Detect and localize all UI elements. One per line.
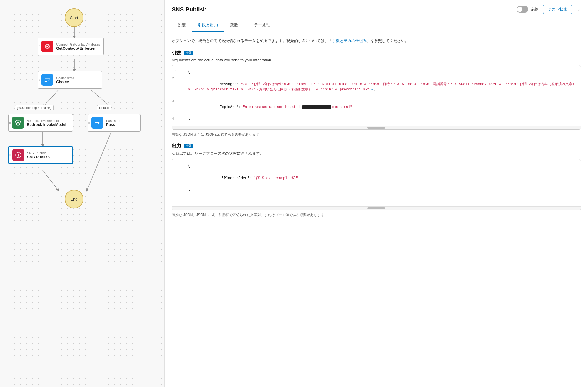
code-line-3: 3 "TopicArn": "arn:aws:sns:ap-northeast-…	[172, 98, 581, 116]
args-validation: 有効な JSON または JSONata 式である必要があります。	[172, 132, 581, 137]
output-line-num-1: 1	[172, 163, 187, 169]
output-section: 出力 情報 状態出力は、ワークフローの次の状態に渡されます。 1 { "Plac…	[172, 143, 581, 218]
output-line-1: 1 {	[172, 162, 581, 169]
code-line-4: 4 }	[172, 116, 581, 123]
line-num-1: 1 ▾	[172, 69, 187, 75]
output-scrollbar-thumb	[368, 207, 385, 209]
sns-icon	[12, 149, 24, 161]
line-num-2: 2	[172, 76, 187, 98]
line-num-3: 3	[172, 99, 187, 116]
args-code-body: 1 ▾ { 2 "Message": "{% 'お問い合わせ情報\n\n Con…	[172, 65, 581, 126]
toggle-label: 定義	[531, 7, 538, 12]
condition-label: {% $recording != null %}	[15, 105, 54, 110]
output-scrollbar[interactable]	[172, 206, 581, 210]
tab-args-output[interactable]: 引数と出力	[192, 19, 224, 32]
args-section-header: 引数 情報	[172, 50, 581, 56]
end-circle: End	[65, 190, 83, 208]
tab-variables[interactable]: 変数	[224, 19, 244, 32]
description-link[interactable]: 引数と出力の仕組み	[332, 38, 367, 43]
output-validation: 有効な JSON、JSONata 式、引用符で区切られた文字列、またはブール値で…	[172, 213, 581, 218]
choice-text: Choice state Choice	[56, 76, 74, 84]
line-content-1: {	[187, 69, 581, 75]
get-contact-attributes-node[interactable]: ⠿ Connect: GetContactAttributes GetConta…	[38, 38, 104, 55]
default-label: Default	[97, 105, 111, 110]
output-content-2: "Placeholder": "{% $text.example %}"	[187, 170, 581, 187]
code-line-1: 1 ▾ {	[172, 68, 581, 75]
start-node[interactable]: Start	[65, 8, 83, 27]
start-circle: Start	[65, 8, 83, 27]
line-content-3: "TopicArn": "arn:aws:sns:ap-northeast-1:…	[187, 99, 581, 116]
drag-handle: ⠿	[38, 38, 40, 55]
bedrock-text: Bedrock: InvokeModel Bedrock InvokeModel	[27, 119, 66, 127]
output-line-num-2	[172, 170, 187, 187]
toggle-group: 定義	[517, 6, 538, 13]
output-code-editor[interactable]: 1 { "Placeholder": "{% $text.example %}"…	[172, 159, 581, 210]
pass-text: Pass state Pass	[106, 119, 121, 127]
bedrock-icon	[12, 117, 24, 129]
bedrock-node[interactable]: ⠿ Bedrock: InvokeModel Bedrock InvokeMod…	[8, 114, 73, 132]
right-panel: SNS Publish 定義 テスト状態 › 設定 引数と出力 変数 エラー処理…	[165, 0, 588, 387]
args-info-badge[interactable]: 情報	[184, 51, 193, 55]
choice-rect: ⠿ Choice state Choice	[38, 71, 102, 89]
panel-content: オプションで、統合との間で送受信されるデータを変換できます。視覚的な図については…	[165, 32, 588, 223]
svg-line-3	[91, 90, 111, 107]
flow-diagram-panel: Start ⠿ Connect: GetContactAttributes Ge…	[0, 0, 165, 387]
edit-icon[interactable]: ✏	[369, 88, 373, 92]
scrollbar-thumb	[368, 127, 385, 129]
line-num-4: 4	[172, 116, 187, 123]
pass-node[interactable]: ⠿ Pass state Pass	[88, 114, 141, 132]
svg-point-7	[46, 46, 48, 47]
drag-handle-2: ⠿	[38, 71, 40, 88]
output-info-badge[interactable]: 情報	[184, 144, 193, 148]
panel-header: SNS Publish 定義 テスト状態 ›	[165, 0, 588, 19]
output-title: 出力	[172, 143, 181, 149]
drag-handle-5: ⠿	[88, 114, 90, 131]
panel-title: SNS Publish	[172, 6, 512, 13]
code-line-2: 2 "Message": "{% 'お問い合わせ情報\n\n Contact I…	[172, 75, 581, 98]
get-contact-text: Connect: GetContactAttributes GetContact…	[56, 43, 100, 51]
sns-rect: ⠿ SNS: Publish SNS Publish	[8, 146, 73, 164]
description-text: オプションで、統合との間で送受信されるデータを変換できます。視覚的な図については…	[172, 38, 581, 44]
output-line-3: }	[172, 187, 581, 194]
tab-error[interactable]: エラー処理	[244, 19, 276, 32]
sns-text: SNS: Publish SNS Publish	[27, 151, 50, 159]
end-node[interactable]: End	[65, 190, 83, 208]
tab-settings[interactable]: 設定	[172, 19, 192, 32]
line-content-4: }	[187, 116, 581, 123]
output-content-3: }	[187, 187, 581, 194]
args-scrollbar[interactable]	[172, 126, 581, 129]
drag-handle-3: ⠿	[9, 114, 11, 131]
output-section-header: 出力 情報	[172, 143, 581, 149]
svg-line-6	[87, 132, 111, 191]
output-line-num-3	[172, 187, 187, 194]
output-content-1: {	[187, 163, 581, 169]
connect-icon	[41, 41, 53, 52]
pass-icon	[91, 117, 103, 129]
sns-publish-node[interactable]: ⠿ SNS: Publish SNS Publish	[8, 146, 73, 164]
tabs: 設定 引数と出力 変数 エラー処理	[165, 19, 588, 32]
get-contact-rect: ⠿ Connect: GetContactAttributes GetConta…	[38, 38, 104, 55]
test-state-button[interactable]: テスト状態	[543, 5, 572, 14]
args-title: 引数	[172, 50, 181, 56]
output-code-body: 1 { "Placeholder": "{% $text.example %}"…	[172, 159, 581, 206]
output-line-2: "Placeholder": "{% $text.example %}"	[172, 169, 581, 187]
pass-rect: ⠿ Pass state Pass	[88, 114, 141, 132]
choice-node[interactable]: ⠿ Choice state Choice	[38, 71, 102, 89]
svg-line-5	[43, 170, 59, 191]
output-desc: 状態出力は、ワークフローの次の状態に渡されます。	[172, 151, 581, 156]
args-code-editor[interactable]: 1 ▾ { 2 "Message": "{% 'お問い合わせ情報\n\n Con…	[172, 65, 581, 130]
args-subtitle: Arguments are the actual data you send t…	[172, 58, 581, 62]
bedrock-rect: ⠿ Bedrock: InvokeModel Bedrock InvokeMod…	[8, 114, 73, 132]
definition-toggle[interactable]	[517, 6, 528, 13]
drag-handle-4: ⠿	[9, 147, 11, 163]
line-content-2: "Message": "{% 'お問い合わせ情報\n\n Contact ID:…	[187, 76, 581, 98]
panel-close-button[interactable]: ›	[577, 5, 581, 14]
choice-icon	[41, 74, 53, 86]
svg-line-2	[43, 90, 59, 107]
